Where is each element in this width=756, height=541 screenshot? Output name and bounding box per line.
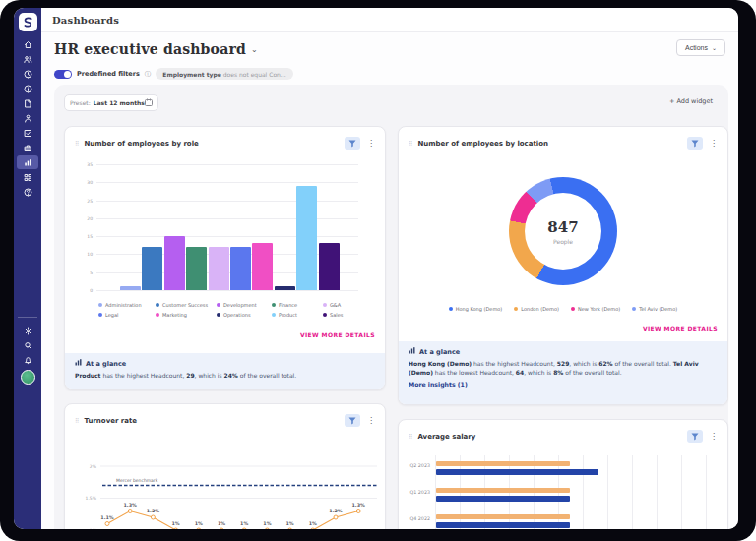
drag-handle-icon[interactable]: ⠿ xyxy=(409,141,412,147)
top-bar: Dashboards xyxy=(41,8,738,32)
talent-icon xyxy=(24,114,32,123)
kebab-menu-icon[interactable]: ⋮ xyxy=(710,433,718,441)
donut-total-label: People xyxy=(553,238,573,245)
bar-chart: 35302520151050 xyxy=(96,164,358,290)
gridline xyxy=(96,164,358,165)
svg-text:1%: 1% xyxy=(90,528,97,529)
category-label: Q2 2023 xyxy=(409,463,430,468)
glance-icon xyxy=(409,347,415,356)
legend-item[interactable]: Hong Kong (Demo) xyxy=(449,306,503,312)
chevron-down-icon[interactable]: ⌄ xyxy=(251,45,258,54)
drag-handle-icon[interactable]: ⠿ xyxy=(409,434,412,440)
legend-item[interactable]: Customer Success xyxy=(156,302,217,308)
svg-text:1.3%: 1.3% xyxy=(352,503,365,508)
preset-select[interactable]: Preset: Last 12 months xyxy=(64,94,158,111)
app-window: Dashboards HR executive dashboard ⌄ Acti… xyxy=(14,8,738,529)
analytics-icon xyxy=(24,158,32,167)
actions-button[interactable]: Actions ⌄ xyxy=(676,39,725,56)
filter-chip[interactable]: Employment type does not equal Con... xyxy=(156,68,292,80)
sidebar-item-home[interactable] xyxy=(17,37,38,51)
sidebar-nav xyxy=(14,37,41,199)
notifications-icon xyxy=(24,356,32,365)
view-more-details-link[interactable]: VIEW MORE DETAILS xyxy=(643,325,718,331)
sidebar-item-analytics[interactable] xyxy=(17,155,38,169)
predefined-filters-toggle[interactable] xyxy=(54,70,72,79)
widget-title: Average salary xyxy=(417,433,475,441)
filter-funnel-button[interactable] xyxy=(687,137,703,150)
chevron-down-icon: ⌄ xyxy=(712,44,717,51)
donut-chart: 847 People xyxy=(509,177,617,285)
svg-text:1%: 1% xyxy=(172,521,180,526)
filter-funnel-button[interactable] xyxy=(345,137,360,150)
search-icon xyxy=(24,341,32,350)
sidebar-item-settings[interactable] xyxy=(17,324,38,337)
axis-tick-label: 0 xyxy=(90,288,93,293)
kebab-menu-icon[interactable]: ⋮ xyxy=(367,417,375,425)
user-avatar[interactable] xyxy=(21,370,35,385)
legend-item[interactable]: New York (Demo) xyxy=(571,306,620,312)
view-more-details-link[interactable]: VIEW MORE DETAILS xyxy=(300,331,375,338)
axis-tick-label: 10 xyxy=(87,252,93,257)
tasks-icon xyxy=(24,129,32,138)
app-logo-icon[interactable] xyxy=(19,13,37,31)
legend-dot xyxy=(272,303,276,307)
salary-row: Q4 2022 xyxy=(409,509,720,529)
sidebar-item-company[interactable] xyxy=(17,141,38,154)
gridline xyxy=(96,218,358,219)
sidebar-item-notifications[interactable] xyxy=(17,353,38,367)
axis-tick-label: 20 xyxy=(87,215,93,220)
bar-product xyxy=(296,186,317,290)
people-icon xyxy=(24,55,32,64)
chart-legend: Hong Kong (Demo)London (Demo)New York (D… xyxy=(399,306,727,312)
sidebar-item-info[interactable] xyxy=(17,82,38,95)
donut-total: 847 xyxy=(547,218,578,236)
sidebar-item-time[interactable] xyxy=(17,67,38,81)
drag-handle-icon[interactable]: ⠿ xyxy=(75,141,79,147)
sidebar-item-help[interactable] xyxy=(17,185,38,199)
gridline xyxy=(96,290,358,291)
info-icon[interactable]: ⓘ xyxy=(145,70,152,79)
legend-item[interactable]: Sales xyxy=(323,312,362,318)
legend-item[interactable]: London (Demo) xyxy=(514,306,559,312)
legend-item[interactable]: Development xyxy=(217,302,272,308)
screenshot: Dashboards HR executive dashboard ⌄ Acti… xyxy=(0,0,756,541)
sidebar-item-talent[interactable] xyxy=(17,111,38,125)
svg-text:1%: 1% xyxy=(195,521,203,526)
category-label: Q4 2022 xyxy=(409,516,430,521)
legend-item[interactable]: G&A xyxy=(323,302,362,308)
filter-funnel-button[interactable] xyxy=(687,430,703,443)
filter-funnel-button[interactable] xyxy=(345,414,360,427)
legend-item[interactable]: Operations xyxy=(217,312,272,318)
help-icon xyxy=(24,188,32,197)
gridline xyxy=(96,236,358,237)
dashboard-title-row[interactable]: HR executive dashboard ⌄ xyxy=(54,41,258,57)
legend-item[interactable]: Tel Aviv (Demo) xyxy=(632,306,677,312)
more-insights-link[interactable]: More insights (1) xyxy=(409,381,718,388)
legend-item[interactable]: Administration xyxy=(98,302,156,308)
sidebar-item-people[interactable] xyxy=(17,52,38,66)
glance-text: Hong Kong (Demo) has the highest Headcou… xyxy=(409,359,718,377)
horizontal-bar-chart: Q2 2023Q1 2023Q4 2022 xyxy=(409,455,720,529)
gridline xyxy=(96,182,358,183)
legend-dot xyxy=(514,307,518,311)
legend-dot xyxy=(323,303,327,307)
legend-dot xyxy=(571,307,575,311)
sidebar-item-tasks[interactable] xyxy=(17,126,38,140)
legend-item[interactable]: Marketing xyxy=(156,312,217,318)
legend-item[interactable]: Legal xyxy=(98,312,156,318)
add-widget-button[interactable]: + Add widget xyxy=(669,97,713,105)
sidebar-item-search[interactable] xyxy=(17,338,38,352)
legend-item[interactable]: Product xyxy=(272,312,323,318)
legend-item[interactable]: Finance xyxy=(272,302,323,308)
salary-row: Q1 2023 xyxy=(409,482,720,509)
sidebar xyxy=(14,8,41,529)
drag-handle-icon[interactable]: ⠿ xyxy=(75,418,79,424)
sidebar-item-apps[interactable] xyxy=(17,170,38,184)
bar-administration xyxy=(120,286,141,290)
glance-text: Product has the highest Headcount, 29, w… xyxy=(75,371,375,380)
kebab-menu-icon[interactable]: ⋮ xyxy=(367,140,375,148)
line-chart: 2%1.5%1%Mercer benchmark1.1%1.3%1.2%1%1%… xyxy=(65,430,386,529)
svg-text:1.2%: 1.2% xyxy=(147,509,159,513)
sidebar-item-documents[interactable] xyxy=(17,96,38,110)
kebab-menu-icon[interactable]: ⋮ xyxy=(710,140,718,148)
